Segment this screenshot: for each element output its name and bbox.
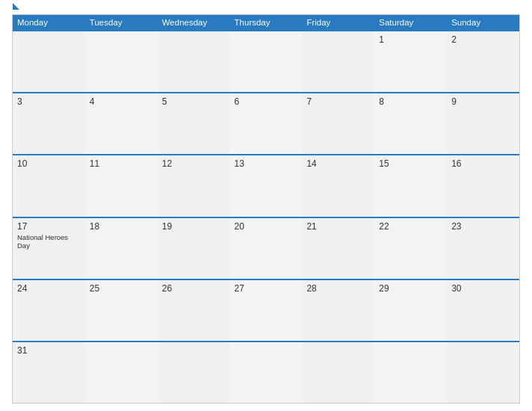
- day-cell: [447, 342, 519, 403]
- dow-cell: Friday: [302, 15, 374, 30]
- day-number: 10: [17, 158, 81, 169]
- day-cell: 7: [302, 93, 374, 154]
- header: [12, 9, 520, 10]
- day-cell: 25: [85, 280, 158, 341]
- day-number: 25: [90, 283, 153, 294]
- week-row: 10111213141516: [13, 154, 519, 216]
- day-cell: 16: [447, 155, 519, 216]
- day-cell: 21: [302, 218, 374, 279]
- day-cell: 19: [158, 218, 230, 279]
- day-number: 27: [235, 283, 298, 294]
- day-number: 29: [379, 283, 442, 294]
- week-row: 24252627282930: [13, 279, 519, 341]
- day-cell: 9: [447, 93, 519, 154]
- day-number: 2: [451, 34, 515, 45]
- day-cell: 30: [447, 280, 519, 341]
- day-number: 17: [17, 221, 81, 232]
- day-cell: 28: [302, 280, 374, 341]
- dow-cell: Wednesday: [158, 15, 230, 30]
- day-cell: 27: [230, 280, 303, 341]
- day-cell: [158, 31, 230, 92]
- dow-cell: Thursday: [230, 15, 303, 30]
- day-cell: 4: [85, 93, 158, 154]
- day-cell: [230, 31, 303, 92]
- day-number: 20: [235, 221, 298, 232]
- day-number: 23: [451, 221, 515, 232]
- day-number: 3: [17, 96, 81, 107]
- day-cell: 1: [374, 31, 447, 92]
- day-event: National Heroes Day: [17, 233, 81, 250]
- day-number: 1: [379, 34, 442, 45]
- dow-cell: Saturday: [374, 15, 447, 30]
- day-cell: [230, 342, 303, 403]
- day-number: 16: [451, 158, 515, 169]
- day-cell: 31: [13, 342, 85, 403]
- day-number: 14: [306, 158, 370, 169]
- day-cell: 8: [374, 93, 447, 154]
- dow-row: MondayTuesdayWednesdayThursdayFridaySatu…: [13, 15, 519, 30]
- day-cell: [302, 31, 374, 92]
- day-number: 18: [90, 221, 153, 232]
- week-row: 3456789: [13, 92, 519, 154]
- day-number: 26: [162, 283, 226, 294]
- day-cell: 17National Heroes Day: [13, 218, 85, 279]
- day-cell: [13, 31, 85, 92]
- day-cell: 20: [230, 218, 303, 279]
- logo: [12, 9, 19, 10]
- week-row: 17National Heroes Day181920212223: [13, 217, 519, 279]
- day-cell: 14: [302, 155, 374, 216]
- day-number: 24: [17, 283, 81, 294]
- day-cell: 6: [230, 93, 303, 154]
- day-number: 9: [451, 96, 515, 107]
- day-number: 8: [379, 96, 442, 107]
- day-cell: 18: [85, 218, 158, 279]
- day-number: 28: [306, 283, 370, 294]
- day-cell: 15: [374, 155, 447, 216]
- day-cell: [85, 342, 158, 403]
- day-number: 31: [17, 345, 81, 356]
- day-cell: 13: [230, 155, 303, 216]
- day-cell: 26: [158, 280, 230, 341]
- dow-cell: Monday: [13, 15, 85, 30]
- logo-triangle-icon: [13, 3, 19, 10]
- day-number: 4: [90, 96, 153, 107]
- weeks: 1234567891011121314151617National Heroes…: [13, 30, 519, 403]
- day-cell: 10: [13, 155, 85, 216]
- day-cell: 12: [158, 155, 230, 216]
- day-cell: 29: [374, 280, 447, 341]
- day-number: 15: [379, 158, 442, 169]
- day-cell: 5: [158, 93, 230, 154]
- day-number: 7: [306, 96, 370, 107]
- dow-cell: Sunday: [447, 15, 519, 30]
- day-number: 30: [451, 283, 515, 294]
- day-number: 5: [162, 96, 226, 107]
- day-cell: 22: [374, 218, 447, 279]
- page: MondayTuesdayWednesdayThursdayFridaySatu…: [0, 0, 532, 411]
- calendar: MondayTuesdayWednesdayThursdayFridaySatu…: [12, 14, 520, 404]
- day-number: 12: [162, 158, 226, 169]
- day-number: 11: [90, 158, 153, 169]
- week-row: 31: [13, 341, 519, 403]
- day-cell: [374, 342, 447, 403]
- dow-cell: Tuesday: [85, 15, 158, 30]
- day-cell: [302, 342, 374, 403]
- day-number: 13: [235, 158, 298, 169]
- day-number: 21: [306, 221, 370, 232]
- day-number: 22: [379, 221, 442, 232]
- week-row: 12: [13, 30, 519, 92]
- day-cell: 3: [13, 93, 85, 154]
- day-cell: 24: [13, 280, 85, 341]
- day-cell: 11: [85, 155, 158, 216]
- day-cell: 23: [447, 218, 519, 279]
- day-number: 19: [162, 221, 226, 232]
- day-cell: 2: [447, 31, 519, 92]
- day-cell: [85, 31, 158, 92]
- day-number: 6: [235, 96, 298, 107]
- day-cell: [158, 342, 230, 403]
